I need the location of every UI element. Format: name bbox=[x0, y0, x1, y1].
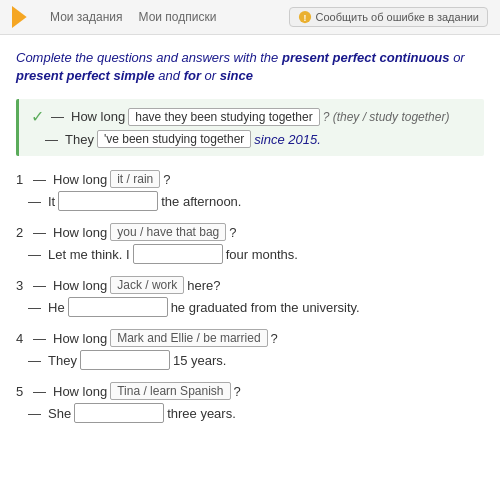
instructions-text-and: and bbox=[155, 68, 184, 83]
question-line-3: 3 — How long Jack / work here? bbox=[16, 276, 484, 294]
a3-dash: — bbox=[28, 300, 41, 315]
q1-dash: — bbox=[33, 172, 46, 187]
q4-phrase: Mark and Ellie / be married bbox=[110, 329, 267, 347]
q3-dash: — bbox=[33, 278, 46, 293]
q2-phrase: you / have that bag bbox=[110, 223, 226, 241]
q5-dash: — bbox=[33, 384, 46, 399]
question-block-5: 5 — How long Tina / learn Spanish ? — Sh… bbox=[16, 382, 484, 423]
example-question-line: ✓ — How long have they been studying tog… bbox=[31, 107, 472, 126]
instructions-bold2: present perfect simple bbox=[16, 68, 155, 83]
svg-marker-0 bbox=[12, 6, 27, 28]
q5-num: 5 bbox=[16, 384, 28, 399]
example-since: since 2015. bbox=[254, 132, 321, 147]
q2-num: 2 bbox=[16, 225, 28, 240]
a4-dash: — bbox=[28, 353, 41, 368]
q3-end: here? bbox=[187, 278, 220, 293]
instructions-text-mid: or bbox=[450, 50, 465, 65]
example-q-dash: — bbox=[51, 109, 64, 124]
question-block-3: 3 — How long Jack / work here? — He he g… bbox=[16, 276, 484, 317]
instructions-bold4: since bbox=[220, 68, 253, 83]
question-block-2: 2 — How long you / have that bag ? — Let… bbox=[16, 223, 484, 264]
question-line-1: 1 — How long it / rain ? bbox=[16, 170, 484, 188]
q1-num: 1 bbox=[16, 172, 28, 187]
q4-end: ? bbox=[271, 331, 278, 346]
example-how-long: How long bbox=[71, 109, 125, 124]
q2-dash: — bbox=[33, 225, 46, 240]
check-icon: ✓ bbox=[31, 107, 44, 126]
a1-dash: — bbox=[28, 194, 41, 209]
a2-input[interactable] bbox=[133, 244, 223, 264]
a5-input[interactable] bbox=[74, 403, 164, 423]
instructions-text-before: Complete the questions and answers with … bbox=[16, 50, 282, 65]
a5-dash: — bbox=[28, 406, 41, 421]
instructions: Complete the questions and answers with … bbox=[16, 49, 484, 85]
a3-input[interactable] bbox=[68, 297, 168, 317]
example-box: ✓ — How long have they been studying tog… bbox=[16, 99, 484, 156]
q5-end: ? bbox=[234, 384, 241, 399]
a1-input[interactable] bbox=[58, 191, 158, 211]
a4-rest: 15 years. bbox=[173, 353, 226, 368]
question-block-4: 4 — How long Mark and Ellie / be married… bbox=[16, 329, 484, 370]
question-block-1: 1 — How long it / rain ? — It the aftern… bbox=[16, 170, 484, 211]
q1-how-long: How long bbox=[53, 172, 107, 187]
answer-line-1: — It the afternoon. bbox=[28, 191, 484, 211]
question-line-5: 5 — How long Tina / learn Spanish ? bbox=[16, 382, 484, 400]
answer-line-5: — She three years. bbox=[28, 403, 484, 423]
svg-text:!: ! bbox=[303, 13, 306, 23]
q4-num: 4 bbox=[16, 331, 28, 346]
example-hint: ? (they / study together) bbox=[323, 110, 450, 124]
warning-icon: ! bbox=[298, 10, 312, 24]
a2-dash: — bbox=[28, 247, 41, 262]
q1-phrase: it / rain bbox=[110, 170, 160, 188]
q1-end: ? bbox=[163, 172, 170, 187]
example-they: They bbox=[65, 132, 94, 147]
a5-subject: She bbox=[48, 406, 71, 421]
q2-end: ? bbox=[229, 225, 236, 240]
a1-subject: It bbox=[48, 194, 55, 209]
top-bar: Мои задания Мои подписки ! Сообщить об о… bbox=[0, 0, 500, 35]
instructions-bold1: present perfect continuous bbox=[282, 50, 450, 65]
a3-subject: He bbox=[48, 300, 65, 315]
a2-subject: Let me think. I bbox=[48, 247, 130, 262]
question-line-2: 2 — How long you / have that bag ? bbox=[16, 223, 484, 241]
example-answer-box: 've been studying together bbox=[97, 130, 251, 148]
a1-rest: the afternoon. bbox=[161, 194, 241, 209]
answer-line-4: — They 15 years. bbox=[28, 350, 484, 370]
example-answer-line: — They 've been studying together since … bbox=[31, 130, 472, 148]
a2-rest: four months. bbox=[226, 247, 298, 262]
report-button[interactable]: ! Сообщить об ошибке в задании bbox=[289, 7, 488, 27]
main-content: Complete the questions and answers with … bbox=[0, 35, 500, 445]
instructions-text-or: or bbox=[201, 68, 220, 83]
q3-num: 3 bbox=[16, 278, 28, 293]
q3-how-long: How long bbox=[53, 278, 107, 293]
q5-how-long: How long bbox=[53, 384, 107, 399]
q5-phrase: Tina / learn Spanish bbox=[110, 382, 230, 400]
q2-how-long: How long bbox=[53, 225, 107, 240]
answer-line-3: — He he graduated from the university. bbox=[28, 297, 484, 317]
example-a-dash: — bbox=[45, 132, 58, 147]
report-label: Сообщить об ошибке в задании bbox=[316, 11, 479, 23]
example-phrase-box: have they been studying together bbox=[128, 108, 319, 126]
q4-dash: — bbox=[33, 331, 46, 346]
q3-phrase: Jack / work bbox=[110, 276, 184, 294]
a5-rest: three years. bbox=[167, 406, 236, 421]
my-subscriptions-link[interactable]: Мои подписки bbox=[139, 10, 217, 24]
answer-line-2: — Let me think. I four months. bbox=[28, 244, 484, 264]
logo-icon bbox=[12, 6, 34, 28]
my-tasks-link[interactable]: Мои задания bbox=[50, 10, 123, 24]
q4-how-long: How long bbox=[53, 331, 107, 346]
a4-input[interactable] bbox=[80, 350, 170, 370]
instructions-bold3: for bbox=[184, 68, 201, 83]
question-line-4: 4 — How long Mark and Ellie / be married… bbox=[16, 329, 484, 347]
a3-rest: he graduated from the university. bbox=[171, 300, 360, 315]
a4-subject: They bbox=[48, 353, 77, 368]
